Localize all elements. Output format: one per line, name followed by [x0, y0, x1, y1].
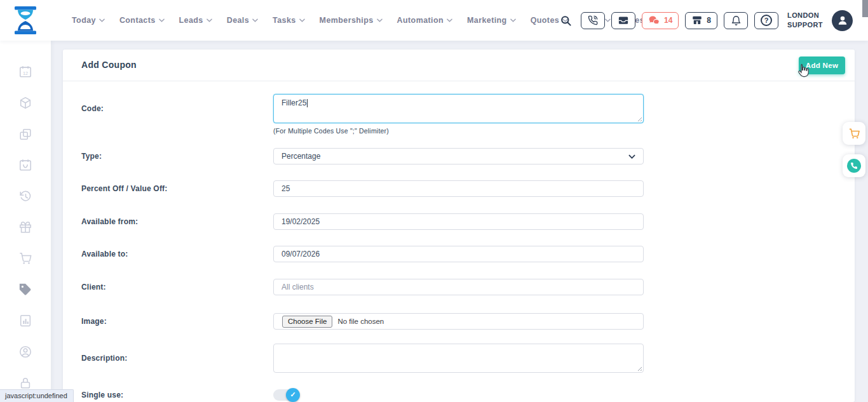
code-value: Filler25 — [281, 98, 306, 107]
image-label: Image: — [81, 317, 273, 326]
chevron-down-icon — [447, 18, 452, 22]
available-from-input[interactable] — [273, 213, 644, 230]
store-button[interactable]: 8 — [685, 12, 717, 29]
add-new-button[interactable]: Add New — [799, 57, 845, 74]
toggle-knob-check-icon: ✓ — [286, 388, 300, 402]
text-caret — [307, 99, 308, 107]
code-label: Code: — [81, 104, 273, 113]
bell-icon — [731, 15, 742, 26]
report-icon[interactable] — [18, 314, 32, 328]
nav-contacts[interactable]: Contacts — [119, 16, 165, 25]
help-button[interactable]: ? — [754, 12, 778, 29]
chevron-down-icon — [99, 18, 105, 22]
client-row: Client: — [81, 279, 707, 295]
chat-bubbles-icon — [648, 15, 660, 26]
chat-count-badge: 14 — [664, 16, 672, 25]
add-coupon-panel: Add Coupon Code: Filler25 (For Multiple … — [63, 50, 855, 402]
resize-handle[interactable] — [636, 116, 642, 121]
single-use-label: Single use: — [81, 391, 273, 399]
floating-cart-button[interactable] — [843, 122, 865, 145]
percent-off-label: Percent Off / Value Off: — [81, 184, 273, 193]
topbar-actions: 14 8 ? LONDON SUPPORT — [560, 0, 853, 41]
type-row: Type: Percentage — [81, 148, 707, 164]
phone-call-button[interactable] — [581, 12, 605, 29]
file-chosen-status: No file chosen — [337, 318, 384, 325]
search-icon[interactable] — [560, 15, 572, 27]
client-input[interactable] — [273, 279, 644, 295]
nav-leads[interactable]: Leads — [179, 16, 212, 25]
scrollbar-thumb[interactable] — [862, 0, 868, 17]
image-row: Image: Choose File No file chosen — [81, 313, 707, 330]
panel-header: Add Coupon — [63, 50, 855, 81]
question-mark-icon: ? — [761, 15, 772, 26]
inbox-icon — [618, 15, 629, 26]
svg-text:12: 12 — [23, 70, 28, 76]
available-to-row: Available to: — [81, 246, 707, 262]
available-to-label: Available to: — [81, 250, 273, 258]
history-icon[interactable] — [18, 189, 32, 203]
description-textarea[interactable] — [273, 344, 644, 373]
browser-status-tooltip: javascript:undefined — [0, 389, 74, 402]
nav-deals[interactable]: Deals — [227, 16, 258, 25]
notifications-button[interactable] — [724, 12, 748, 29]
left-sidebar: 12 — [0, 41, 51, 402]
image-file-field: Choose File No file chosen — [273, 313, 644, 330]
percent-off-input[interactable] — [273, 180, 644, 197]
calendar-booking-icon[interactable] — [18, 158, 32, 172]
lock-icon[interactable] — [18, 376, 32, 390]
chevron-down-icon — [377, 18, 383, 22]
top-bar: Today Contacts Leads Deals Tasks Members… — [0, 0, 868, 41]
single-use-row: Single use: ✓ — [81, 389, 707, 401]
chevron-down-icon — [207, 18, 212, 22]
copy-icon[interactable] — [18, 127, 32, 141]
nav-today[interactable]: Today — [72, 16, 105, 25]
chevron-down-icon — [628, 154, 635, 159]
app-logo-hourglass-icon[interactable] — [10, 4, 41, 36]
shopping-cart-icon — [848, 128, 860, 140]
nav-marketing[interactable]: Marketing — [467, 16, 516, 25]
coupons-tag-icon[interactable] — [18, 283, 32, 297]
current-user-name: LONDON SUPPORT — [787, 11, 823, 30]
phone-call-icon — [588, 15, 598, 25]
floating-phone-button[interactable] — [843, 154, 865, 177]
client-label: Client: — [81, 283, 273, 291]
phone-bubble — [847, 159, 861, 173]
chevron-down-icon — [159, 18, 165, 22]
available-from-row: Available from: — [81, 213, 707, 230]
single-use-toggle[interactable]: ✓ — [273, 389, 299, 401]
store-count-badge: 8 — [707, 16, 711, 25]
type-selected-value: Percentage — [281, 152, 628, 161]
inbox-button[interactable] — [611, 12, 635, 29]
phone-icon — [850, 162, 858, 170]
chat-notifications-button[interactable]: 14 — [642, 12, 679, 29]
type-label: Type: — [81, 152, 273, 161]
page-title: Add Coupon — [81, 60, 137, 70]
user-avatar[interactable] — [832, 10, 853, 31]
account-icon[interactable] — [18, 345, 32, 359]
available-from-label: Available from: — [81, 217, 273, 226]
type-select[interactable]: Percentage — [273, 148, 644, 164]
code-textarea[interactable]: Filler25 — [273, 94, 644, 123]
chevron-down-icon — [299, 18, 305, 22]
code-row: Code: Filler25 — [81, 94, 707, 123]
gift-icon[interactable] — [18, 220, 32, 234]
calendar-icon[interactable]: 12 — [18, 65, 32, 79]
description-label: Description: — [81, 354, 273, 363]
percent-off-row: Percent Off / Value Off: — [81, 180, 707, 197]
storefront-icon — [691, 15, 703, 26]
chevron-down-icon — [252, 18, 258, 22]
nav-automation[interactable]: Automation — [397, 16, 452, 25]
choose-file-button[interactable]: Choose File — [282, 316, 332, 328]
shopping-cart-icon[interactable] — [18, 251, 32, 265]
chevron-down-icon — [510, 18, 516, 22]
available-to-input[interactable] — [273, 246, 644, 262]
person-icon — [836, 14, 849, 27]
nav-memberships[interactable]: Memberships — [320, 16, 383, 25]
resize-handle[interactable] — [636, 365, 642, 371]
package-icon[interactable] — [18, 96, 32, 110]
nav-tasks[interactable]: Tasks — [273, 16, 305, 25]
code-helper-text: (For Multiple Codes Use ";" Delimiter) — [273, 127, 389, 135]
description-row: Description: — [81, 344, 707, 373]
